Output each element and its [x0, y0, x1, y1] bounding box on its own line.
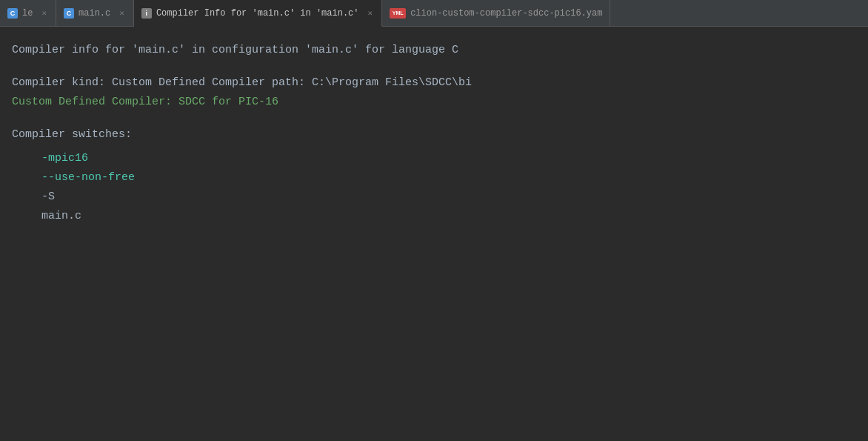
tab-previous-label: le — [22, 8, 33, 19]
tab-info-icon: i — [141, 8, 152, 19]
tab-c-icon: C — [7, 8, 18, 19]
content-area: Compiler info for 'main.c' in configurat… — [0, 27, 868, 242]
tab-yaml-label: clion-custom-compiler-sdcc-pic16.yam — [410, 8, 602, 19]
switches-label: Compiler switches: — [12, 126, 856, 144]
tab-yaml-icon: YML — [390, 8, 406, 19]
tab-bar: C le ✕ C main.c ✕ i Compiler Info for 'm… — [0, 0, 868, 27]
tab-yaml[interactable]: YML clion-custom-compiler-sdcc-pic16.yam — [382, 0, 610, 26]
tab-main-c[interactable]: C main.c ✕ — [56, 0, 134, 26]
tab-main-c-label: main.c — [79, 8, 110, 19]
custom-defined-line: Custom Defined Compiler: SDCC for PIC-16 — [12, 93, 856, 111]
switch-item-mpic16: -mpic16 — [41, 150, 856, 168]
tab-compiler-info[interactable]: i Compiler Info for 'main.c' in 'main.c'… — [134, 0, 382, 27]
switch-item-use-non-free: --use-non-free — [41, 169, 856, 187]
tab-c-icon-2: C — [64, 8, 74, 19]
tab-previous[interactable]: C le ✕ — [0, 0, 56, 26]
tab-close-icon-3[interactable]: ✕ — [367, 7, 375, 19]
tab-compiler-info-label: Compiler Info for 'main.c' in 'main.c' — [156, 8, 359, 19]
switch-item-main-c: main.c — [41, 208, 856, 225]
compiler-kind-line: Compiler kind: Custom Defined Compiler p… — [12, 74, 856, 92]
tab-close-icon-2[interactable]: ✕ — [118, 7, 126, 19]
header-line: Compiler info for 'main.c' in configurat… — [12, 42, 856, 59]
switch-item-s: -S — [41, 188, 856, 206]
tab-close-icon[interactable]: ✕ — [40, 7, 48, 19]
